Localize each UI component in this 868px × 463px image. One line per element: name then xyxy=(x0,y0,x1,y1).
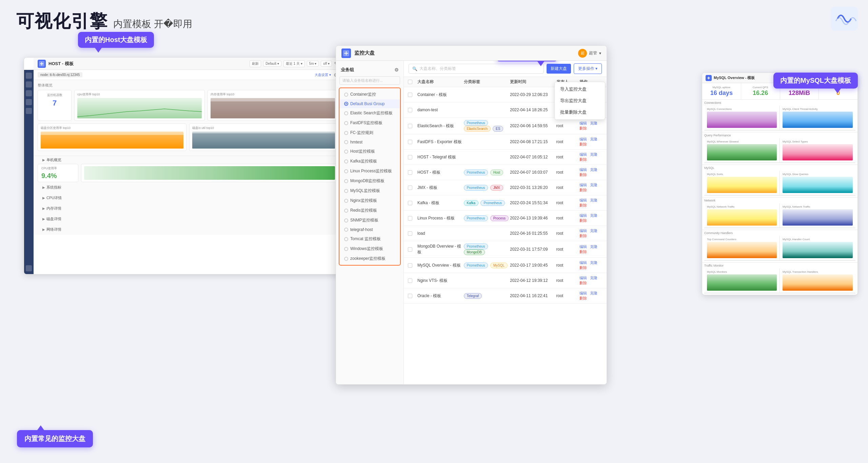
sidebar-item-container-monitor[interactable]: Container监控 xyxy=(339,90,400,99)
tag-mysql-11[interactable]: MySQL xyxy=(490,263,508,268)
dashboard-settings[interactable]: 大盘设置 ▾ xyxy=(315,73,331,77)
row-checkbox-3[interactable] xyxy=(408,140,412,144)
export-dashboard-item[interactable]: 导出监控大盘 xyxy=(555,95,605,107)
tag-prometheus[interactable]: Prometheus xyxy=(464,120,488,126)
edit-link-11[interactable]: 编辑 xyxy=(579,261,587,265)
ctrl-time[interactable]: 最近 1 天 ▾ xyxy=(283,60,305,67)
edit-link-8[interactable]: 编辑 xyxy=(579,213,587,217)
tag-prometheus-10[interactable]: Prometheus xyxy=(464,244,488,249)
row-checkbox-12[interactable] xyxy=(408,278,412,283)
edit-link-9[interactable]: 编辑 xyxy=(579,229,587,233)
sidebar-item-elastic[interactable]: Elastic Search监控模板 xyxy=(339,108,400,118)
sidebar-item-telegraf-host[interactable]: telegraf-host xyxy=(339,225,400,234)
clone-link-13[interactable]: 克隆 xyxy=(590,291,597,295)
row-name-12[interactable]: Nginx VTS- 模板 xyxy=(417,278,464,284)
clone-link-5[interactable]: 克隆 xyxy=(590,168,597,172)
clone-link-2[interactable]: 克隆 xyxy=(590,121,597,125)
delete-link-6[interactable]: 删除 xyxy=(579,188,587,192)
row-checkbox-7[interactable] xyxy=(408,201,412,205)
row-name-4[interactable]: HOST - Telegraf 模板 xyxy=(417,154,464,160)
sidebar-item-host[interactable]: Host监控模板 xyxy=(339,147,400,156)
clone-link-8[interactable]: 克隆 xyxy=(590,213,597,217)
clone-link-4[interactable]: 克隆 xyxy=(590,152,597,156)
row-name-0[interactable]: Container - 模板 xyxy=(417,92,464,98)
tag-host-5[interactable]: Host xyxy=(490,170,504,175)
sidebar-search-input[interactable]: 请输入业务组名称进行... xyxy=(339,76,400,85)
tag-prometheus-5[interactable]: Prometheus xyxy=(464,170,488,175)
row-checkbox-6[interactable] xyxy=(408,186,412,190)
ctrl-refresh[interactable]: 刷新 xyxy=(250,60,261,67)
more-actions-button[interactable]: 更多操作 ▾ xyxy=(574,63,602,74)
sidebar-item-nginx[interactable]: Nginx监控模板 xyxy=(339,196,400,206)
row-checkbox-9[interactable] xyxy=(408,231,412,236)
tag-prometheus-6[interactable]: Prometheus xyxy=(464,185,488,191)
node-tag[interactable]: node: tt-fc-dev00.nj:12345 xyxy=(38,72,82,77)
edit-link-6[interactable]: 编辑 xyxy=(579,183,587,187)
single-machine-collapse[interactable]: ▶ 单机概览 xyxy=(38,156,338,164)
clone-link-11[interactable]: 克隆 xyxy=(590,261,597,265)
sidebar-item-fastdfs[interactable]: FastDFS监控模板 xyxy=(339,118,400,128)
edit-link-10[interactable]: 编辑 xyxy=(579,245,587,249)
search-input[interactable]: 🔍 大盘名称、分类标签 xyxy=(409,64,544,74)
row-checkbox-2[interactable] xyxy=(408,124,412,128)
clone-link-9[interactable]: 克隆 xyxy=(590,229,597,233)
ctrl-default[interactable]: Default ▾ xyxy=(263,61,281,66)
delete-link-5[interactable]: 删除 xyxy=(579,173,587,177)
clone-link-6[interactable]: 克隆 xyxy=(590,183,597,187)
edit-link-2[interactable]: 编辑 xyxy=(579,121,587,125)
edit-link-7[interactable]: 编辑 xyxy=(579,198,587,202)
row-checkbox-0[interactable] xyxy=(408,93,412,97)
tag-kafka-7[interactable]: Kafka xyxy=(464,200,479,206)
disk-metrics-collapse[interactable]: ▶ 磁盘详情 xyxy=(38,215,338,223)
sidebar-item-windows[interactable]: Windows监控模板 xyxy=(339,244,400,254)
sidebar-item-mongodb[interactable]: MongoDB监控模板 xyxy=(339,176,400,186)
clone-link-10[interactable]: 克隆 xyxy=(590,245,597,249)
row-checkbox-1[interactable] xyxy=(408,108,412,112)
edit-link-13[interactable]: 编辑 xyxy=(579,291,587,295)
delete-link-11[interactable]: 删除 xyxy=(579,266,587,270)
sidebar-item-linux[interactable]: Linux Process监控模板 xyxy=(339,166,400,176)
row-checkbox-13[interactable] xyxy=(408,294,412,298)
tag-prometheus-7[interactable]: Prometheus xyxy=(480,200,505,206)
tag-prometheus-8[interactable]: Prometheus xyxy=(464,215,488,221)
row-name-8[interactable]: Linux Process - 模板 xyxy=(417,215,464,221)
row-checkbox-5[interactable] xyxy=(408,170,412,175)
sidebar-item-redis[interactable]: Redis监控模板 xyxy=(339,206,400,215)
row-name-7[interactable]: Kafka - 模板 xyxy=(417,200,464,206)
tag-elasticsearch[interactable]: ElasticSearch xyxy=(464,126,491,132)
delete-link-4[interactable]: 删除 xyxy=(579,157,587,161)
delete-link-10[interactable]: 删除 xyxy=(579,250,587,254)
delete-link-12[interactable]: 删除 xyxy=(579,281,587,285)
row-name-5[interactable]: HOST - 模板 xyxy=(417,170,464,175)
row-name-13[interactable]: Oracle - 模板 xyxy=(417,293,464,299)
cpu-metrics-collapse[interactable]: ▶ CPU详情 xyxy=(38,194,338,202)
row-name-9[interactable]: load xyxy=(417,231,464,236)
row-name-10[interactable]: MongoDB Overview - 模板 xyxy=(417,244,464,255)
row-name-1[interactable]: damon-test xyxy=(417,108,464,112)
sidebar-item-default-busi[interactable]: Default Busi Group xyxy=(339,99,400,108)
create-dashboard-button[interactable]: 新建大盘 xyxy=(547,64,571,74)
delete-link-13[interactable]: 删除 xyxy=(579,296,587,300)
delete-link-8[interactable]: 删除 xyxy=(579,218,587,223)
tag-telegraf-13[interactable]: Telegraf xyxy=(464,293,482,299)
sys-metrics-collapse[interactable]: ▶ 系统指标 xyxy=(38,184,338,191)
sidebar-item-kafka[interactable]: Kafka监控模板 xyxy=(339,156,400,166)
clone-link-12[interactable]: 克隆 xyxy=(590,276,597,280)
sidebar-item-tomcat[interactable]: Tomcat 监控模板 xyxy=(339,234,400,244)
sidebar-item-zookeeper[interactable]: zookeeper监控模板 xyxy=(339,254,400,264)
edit-link-4[interactable]: 编辑 xyxy=(579,152,587,156)
batch-delete-item[interactable]: 批量删除大盘 xyxy=(555,107,605,118)
row-name-2[interactable]: ElasticSearch - 模板 xyxy=(417,123,464,129)
tag-process-8[interactable]: Process xyxy=(490,215,509,221)
network-metrics-collapse[interactable]: ▶ 网络详情 xyxy=(38,226,338,233)
row-checkbox-11[interactable] xyxy=(408,263,412,268)
ctrl-off[interactable]: off ▾ xyxy=(321,61,332,66)
delete-link-3[interactable]: 删除 xyxy=(579,142,587,146)
edit-link-3[interactable]: 编辑 xyxy=(579,137,587,141)
sidebar-item-mysql[interactable]: MySQL监控模板 xyxy=(339,186,400,196)
memory-metrics-collapse[interactable]: ▶ 内存详情 xyxy=(38,205,338,212)
sidebar-item-hmtest[interactable]: hmtest xyxy=(339,138,400,147)
import-dashboard-item[interactable]: 导入监控大盘 xyxy=(555,83,605,95)
tag-mongodb-10[interactable]: MongoDB xyxy=(464,249,485,255)
tag-jmx-6[interactable]: JMX xyxy=(490,185,503,191)
